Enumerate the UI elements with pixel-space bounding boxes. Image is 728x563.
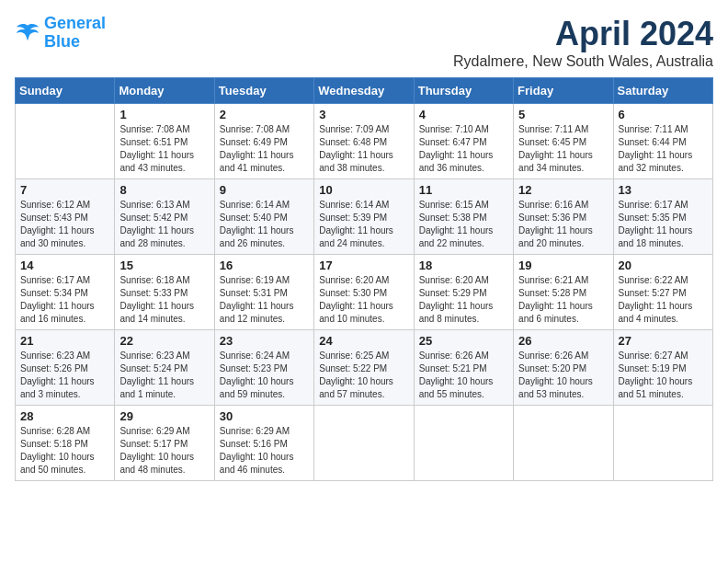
- calendar-cell: [16, 104, 115, 179]
- calendar-cell: [613, 406, 712, 481]
- calendar-cell: 29Sunrise: 6:29 AM Sunset: 5:17 PM Dayli…: [115, 406, 214, 481]
- day-info: Sunrise: 6:20 AM Sunset: 5:29 PM Dayligh…: [419, 274, 508, 326]
- day-number: 20: [619, 259, 708, 272]
- calendar-week-row: 7Sunrise: 6:12 AM Sunset: 5:43 PM Daylig…: [16, 179, 713, 255]
- calendar-week-row: 28Sunrise: 6:28 AM Sunset: 5:18 PM Dayli…: [16, 406, 713, 481]
- day-number: 25: [419, 334, 508, 348]
- day-info: Sunrise: 6:27 AM Sunset: 5:19 PM Dayligh…: [619, 350, 708, 401]
- day-info: Sunrise: 6:23 AM Sunset: 5:24 PM Dayligh…: [119, 350, 209, 401]
- day-info: Sunrise: 6:22 AM Sunset: 5:27 PM Dayligh…: [619, 274, 708, 326]
- day-info: Sunrise: 6:26 AM Sunset: 5:20 PM Dayligh…: [518, 350, 608, 401]
- calendar-cell: 7Sunrise: 6:12 AM Sunset: 5:43 PM Daylig…: [16, 179, 115, 255]
- day-info: Sunrise: 6:16 AM Sunset: 5:36 PM Dayligh…: [518, 199, 608, 250]
- day-number: 30: [220, 409, 309, 423]
- calendar-week-row: 14Sunrise: 6:17 AM Sunset: 5:34 PM Dayli…: [16, 255, 713, 330]
- calendar-cell: 23Sunrise: 6:24 AM Sunset: 5:23 PM Dayli…: [214, 330, 313, 406]
- day-of-week-header: Sunday: [16, 78, 115, 104]
- day-number: 23: [220, 334, 309, 348]
- month-title: April 2024: [453, 15, 713, 53]
- calendar-cell: 5Sunrise: 7:11 AM Sunset: 6:45 PM Daylig…: [514, 104, 613, 179]
- calendar-cell: 10Sunrise: 6:14 AM Sunset: 5:39 PM Dayli…: [314, 179, 414, 255]
- day-info: Sunrise: 7:11 AM Sunset: 6:45 PM Dayligh…: [518, 123, 608, 175]
- day-info: Sunrise: 6:14 AM Sunset: 5:39 PM Dayligh…: [319, 199, 408, 250]
- day-info: Sunrise: 7:11 AM Sunset: 6:44 PM Dayligh…: [619, 123, 708, 175]
- day-number: 22: [119, 334, 209, 348]
- day-info: Sunrise: 6:21 AM Sunset: 5:28 PM Dayligh…: [518, 274, 608, 326]
- day-number: 19: [518, 259, 608, 272]
- calendar-cell: 13Sunrise: 6:17 AM Sunset: 5:35 PM Dayli…: [613, 179, 712, 255]
- calendar-header-row: SundayMondayTuesdayWednesdayThursdayFrid…: [16, 78, 713, 104]
- day-of-week-header: Thursday: [414, 78, 513, 104]
- day-number: 24: [319, 334, 408, 348]
- day-info: Sunrise: 6:20 AM Sunset: 5:30 PM Dayligh…: [319, 274, 408, 326]
- calendar-cell: [414, 406, 513, 481]
- day-number: 2: [220, 108, 309, 121]
- day-info: Sunrise: 6:28 AM Sunset: 5:18 PM Dayligh…: [20, 425, 109, 477]
- day-number: 13: [619, 183, 708, 197]
- day-number: 17: [319, 259, 408, 272]
- calendar-cell: 3Sunrise: 7:09 AM Sunset: 6:48 PM Daylig…: [314, 104, 414, 179]
- day-number: 4: [419, 108, 508, 121]
- calendar-cell: 15Sunrise: 6:18 AM Sunset: 5:33 PM Dayli…: [115, 255, 214, 330]
- calendar-cell: 6Sunrise: 7:11 AM Sunset: 6:44 PM Daylig…: [613, 104, 712, 179]
- day-info: Sunrise: 6:12 AM Sunset: 5:43 PM Dayligh…: [20, 199, 109, 250]
- day-number: 18: [419, 259, 508, 272]
- logo: General Blue: [15, 15, 106, 52]
- calendar-cell: 17Sunrise: 6:20 AM Sunset: 5:30 PM Dayli…: [314, 255, 414, 330]
- calendar-cell: 27Sunrise: 6:27 AM Sunset: 5:19 PM Dayli…: [613, 330, 712, 406]
- day-info: Sunrise: 7:09 AM Sunset: 6:48 PM Dayligh…: [319, 123, 408, 175]
- location-subtitle: Rydalmere, New South Wales, Australia: [453, 53, 713, 70]
- day-number: 21: [20, 334, 109, 348]
- calendar-cell: 9Sunrise: 6:14 AM Sunset: 5:40 PM Daylig…: [214, 179, 313, 255]
- day-info: Sunrise: 6:13 AM Sunset: 5:42 PM Dayligh…: [119, 199, 209, 250]
- logo-icon: [15, 22, 40, 44]
- day-number: 3: [319, 108, 408, 121]
- calendar-cell: 1Sunrise: 7:08 AM Sunset: 6:51 PM Daylig…: [115, 104, 214, 179]
- calendar-cell: 11Sunrise: 6:15 AM Sunset: 5:38 PM Dayli…: [414, 179, 513, 255]
- day-info: Sunrise: 6:29 AM Sunset: 5:17 PM Dayligh…: [119, 425, 209, 477]
- day-number: 8: [119, 183, 209, 197]
- day-number: 9: [220, 183, 309, 197]
- day-info: Sunrise: 6:25 AM Sunset: 5:22 PM Dayligh…: [319, 350, 408, 401]
- calendar-cell: 25Sunrise: 6:26 AM Sunset: 5:21 PM Dayli…: [414, 330, 513, 406]
- calendar-cell: 12Sunrise: 6:16 AM Sunset: 5:36 PM Dayli…: [514, 179, 613, 255]
- day-of-week-header: Wednesday: [314, 78, 414, 104]
- day-number: 28: [20, 409, 109, 423]
- day-info: Sunrise: 6:23 AM Sunset: 5:26 PM Dayligh…: [20, 350, 109, 401]
- calendar-cell: 19Sunrise: 6:21 AM Sunset: 5:28 PM Dayli…: [514, 255, 613, 330]
- day-number: 26: [518, 334, 608, 348]
- day-info: Sunrise: 6:29 AM Sunset: 5:16 PM Dayligh…: [220, 425, 309, 477]
- calendar-cell: 2Sunrise: 7:08 AM Sunset: 6:49 PM Daylig…: [214, 104, 313, 179]
- day-number: 27: [619, 334, 708, 348]
- day-of-week-header: Friday: [514, 78, 613, 104]
- calendar-cell: 30Sunrise: 6:29 AM Sunset: 5:16 PM Dayli…: [214, 406, 313, 481]
- calendar-cell: 8Sunrise: 6:13 AM Sunset: 5:42 PM Daylig…: [115, 179, 214, 255]
- day-number: 1: [119, 108, 209, 121]
- calendar-week-row: 21Sunrise: 6:23 AM Sunset: 5:26 PM Dayli…: [16, 330, 713, 406]
- day-number: 7: [20, 183, 109, 197]
- day-number: 16: [220, 259, 309, 272]
- calendar-cell: 14Sunrise: 6:17 AM Sunset: 5:34 PM Dayli…: [16, 255, 115, 330]
- day-info: Sunrise: 6:26 AM Sunset: 5:21 PM Dayligh…: [419, 350, 508, 401]
- day-info: Sunrise: 6:18 AM Sunset: 5:33 PM Dayligh…: [119, 274, 209, 326]
- calendar-cell: 24Sunrise: 6:25 AM Sunset: 5:22 PM Dayli…: [314, 330, 414, 406]
- calendar-cell: 16Sunrise: 6:19 AM Sunset: 5:31 PM Dayli…: [214, 255, 313, 330]
- day-info: Sunrise: 6:15 AM Sunset: 5:38 PM Dayligh…: [419, 199, 508, 250]
- logo-text: General Blue: [44, 15, 106, 52]
- day-info: Sunrise: 6:24 AM Sunset: 5:23 PM Dayligh…: [220, 350, 309, 401]
- day-number: 12: [518, 183, 608, 197]
- day-number: 5: [518, 108, 608, 121]
- calendar-table: SundayMondayTuesdayWednesdayThursdayFrid…: [15, 77, 713, 481]
- calendar-cell: 28Sunrise: 6:28 AM Sunset: 5:18 PM Dayli…: [16, 406, 115, 481]
- calendar-cell: 4Sunrise: 7:10 AM Sunset: 6:47 PM Daylig…: [414, 104, 513, 179]
- calendar-week-row: 1Sunrise: 7:08 AM Sunset: 6:51 PM Daylig…: [16, 104, 713, 179]
- day-of-week-header: Tuesday: [214, 78, 313, 104]
- calendar-cell: 20Sunrise: 6:22 AM Sunset: 5:27 PM Dayli…: [613, 255, 712, 330]
- day-info: Sunrise: 6:17 AM Sunset: 5:34 PM Dayligh…: [20, 274, 109, 326]
- day-of-week-header: Saturday: [613, 78, 712, 104]
- calendar-cell: 22Sunrise: 6:23 AM Sunset: 5:24 PM Dayli…: [115, 330, 214, 406]
- day-info: Sunrise: 6:14 AM Sunset: 5:40 PM Dayligh…: [220, 199, 309, 250]
- title-block: April 2024 Rydalmere, New South Wales, A…: [453, 15, 713, 70]
- page-header: General Blue April 2024 Rydalmere, New S…: [15, 15, 713, 70]
- calendar-cell: 26Sunrise: 6:26 AM Sunset: 5:20 PM Dayli…: [514, 330, 613, 406]
